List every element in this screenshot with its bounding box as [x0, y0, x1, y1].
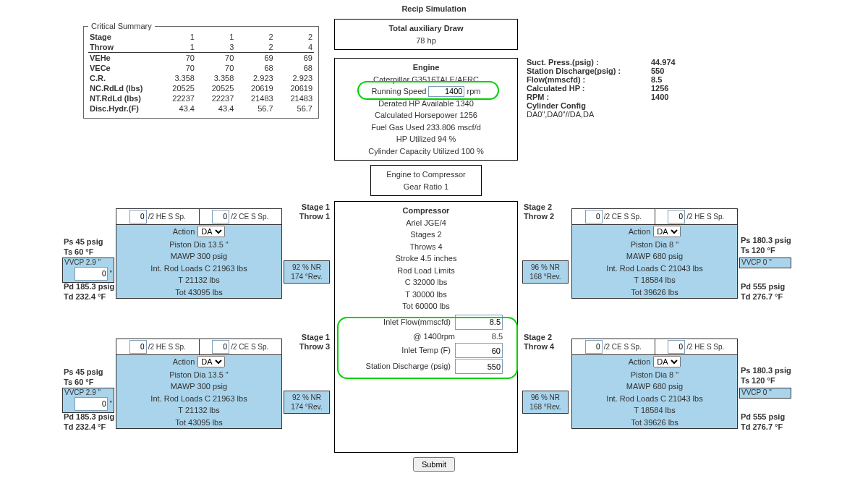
throw4-ce: /2 CE S Sp. — [572, 339, 655, 355]
hdr-stage2-throw2: Stage 2Throw 2 — [524, 203, 564, 221]
running-speed-label: Running Speed — [372, 87, 427, 95]
throw2-he: /2 HE S Sp. — [655, 209, 738, 225]
engine-hputil: HP Utilized 94 % — [339, 133, 513, 145]
throw1-ce-input[interactable] — [212, 210, 229, 224]
side-stats: Suct. Press.(psig) :44.974 Station Disch… — [527, 58, 729, 119]
cylinder-box-throw1: /2 HE S Sp. /2 CE S Sp. Action DA Piston… — [116, 208, 282, 299]
submit-button[interactable]: Submit — [413, 457, 455, 472]
inlet-flow-input[interactable] — [455, 315, 503, 330]
engine-calchp: Calculated Horsepower 1256 — [339, 109, 513, 122]
cs-disch-label: Disc.Hydr.(F) — [88, 103, 157, 114]
throw4-he-input[interactable] — [668, 340, 685, 354]
critical-legend: Critical Summary — [88, 22, 155, 30]
cylinder-box-throw3: /2 HE S Sp. /2 CE S Sp. Action DA Piston… — [116, 339, 282, 429]
hdr-stage2-throw4: Stage 2Throw 4 — [524, 333, 564, 352]
throw2-he-input[interactable] — [668, 210, 685, 224]
cs-stage-label: Stage — [88, 32, 157, 42]
hdr-stage1-throw1: Stage 1Throw 1 — [289, 203, 330, 221]
running-speed-unit: rpm — [467, 87, 481, 95]
throw3-ce-input[interactable] — [212, 340, 229, 354]
throw1-ps-ts: Ps 45 psigTs 60 °F — [64, 237, 103, 257]
aux-value: 78 hp — [339, 35, 513, 47]
throw1-he-input[interactable] — [129, 210, 147, 224]
critical-summary: Critical Summary Stage 1 1 2 2 Throw 1 3… — [83, 22, 319, 119]
throw4-action-select[interactable]: DA — [653, 356, 681, 367]
cs-ncrdld-label: NC.RdLd (lbs) — [88, 83, 157, 93]
inlet-flow-atrpm-val: 8.5 — [459, 331, 503, 343]
throw3-ce: /2 CE S Sp. — [200, 339, 282, 355]
throw1-ce: /2 CE S Sp. — [200, 209, 282, 225]
gearbox-l1: Engine to Compressor — [375, 169, 477, 181]
engine-running-speed-row: Running Speed rpm — [339, 85, 513, 98]
throw1-vvcp-input[interactable] — [75, 267, 108, 281]
compressor-stages: Stages 2 — [339, 229, 513, 241]
page-title: Recip Simulation — [0, 4, 868, 13]
throw4-he: /2 HE S Sp. — [655, 339, 738, 355]
throw3-vvcp: VVCP 2.9 " " — [62, 388, 114, 413]
throw4-vvcp: VVCP 0 " — [739, 388, 791, 399]
critical-table: Stage 1 1 2 2 Throw 1 3 2 4 VEHe 70 70 — [88, 32, 314, 114]
compressor-throws: Throws 4 — [339, 241, 513, 253]
throw4-pd-td: Pd 555 psigTd 276.7 °F — [741, 412, 785, 433]
engine-fuel: Fuel Gas Used 233.806 mscf/d — [339, 122, 513, 134]
compressor-box: Compressor Ariel JGE/4 Stages 2 Throws 4… — [334, 201, 518, 453]
throw1-pd-td: Pd 185.3 psigTd 232.4 °F — [64, 282, 114, 302]
throw4-side-note: 96 % NR168 °Rev. — [522, 391, 569, 414]
throw3-ps-ts: Ps 45 psigTs 60 °F — [64, 367, 103, 388]
compressor-tot: Tot 60000 lbs — [339, 300, 513, 312]
throw-3-block: /2 HE S Sp. /2 CE S Sp. Action DA Piston… — [116, 339, 282, 429]
throw1-he: /2 HE S Sp. — [116, 209, 200, 225]
engine-box: Engine Caterpillar G3516TALE/AFRC Runnin… — [334, 58, 518, 161]
throw-4-block: /2 CE S Sp. /2 HE S Sp. Action DA Piston… — [571, 339, 738, 429]
cylinder-box-throw2: /2 CE S Sp. /2 HE S Sp. Action DA Piston… — [571, 208, 738, 299]
throw2-vvcp: VVCP 0 " — [739, 257, 791, 268]
aux-draw-box: Total auxiliary Draw 78 hp — [334, 19, 518, 50]
throw3-action-select[interactable]: DA — [197, 356, 225, 367]
hdr-stage1-throw3: Stage 1Throw 3 — [289, 333, 330, 352]
engine-derated: Derated HP Available 1340 — [339, 98, 513, 110]
throw2-pd-td: Pd 555 psigTd 276.7 °F — [741, 282, 785, 302]
cs-cr-label: C.R. — [88, 73, 157, 83]
inlet-flow-label: Inlet Flow(mmscfd) — [349, 316, 451, 328]
compressor-t: T 30000 lbs — [339, 289, 513, 301]
throw-1-block: /2 HE S Sp. /2 CE S Sp. Action DA Piston… — [116, 208, 282, 299]
throw1-side-note: 92 % NR174 °Rev. — [284, 260, 330, 284]
compressor-title: Compressor — [339, 205, 513, 217]
station-discharge-label: Station Discharge (psig) — [349, 360, 451, 373]
engine-title: Engine — [339, 61, 513, 74]
throw2-action-select[interactable]: DA — [653, 226, 681, 237]
cylinder-box-throw4: /2 CE S Sp. /2 HE S Sp. Action DA Piston… — [571, 339, 738, 429]
compressor-model: Ariel JGE/4 — [339, 217, 513, 229]
cs-vece-label: VECe — [88, 63, 157, 73]
throw4-ce-input[interactable] — [585, 340, 603, 354]
compressor-rodload-title: Rod Load Limits — [339, 265, 513, 277]
throw3-vvcp-input[interactable] — [75, 397, 108, 411]
throw2-ce-input[interactable] — [585, 210, 603, 224]
throw2-ps-ts: Ps 180.3 psigTs 120 °F — [741, 236, 791, 256]
aux-title: Total auxiliary Draw — [339, 22, 513, 35]
throw3-he-input[interactable] — [129, 340, 147, 354]
compressor-stroke: Stroke 4.5 inches — [339, 252, 513, 265]
inlet-temp-input[interactable] — [455, 343, 503, 358]
throw2-ce: /2 CE S Sp. — [572, 209, 655, 225]
throw1-action-select[interactable]: DA — [197, 226, 225, 237]
inlet-flow-atrpm: @ 1400rpm — [354, 331, 455, 343]
inlet-temp-label: Inlet Temp (F) — [349, 344, 451, 357]
throw2-side-note: 96 % NR168 °Rev. — [522, 260, 569, 284]
throw1-vvcp: VVCP 2.9 " " — [62, 257, 114, 283]
throw3-pd-td: Pd 185.3 psigTd 232.4 °F — [64, 412, 114, 433]
station-discharge-input[interactable] — [455, 359, 503, 374]
throw4-ps-ts: Ps 180.3 psigTs 120 °F — [741, 366, 791, 386]
running-speed-input[interactable] — [428, 86, 464, 97]
engine-cylcap: Cylinder Capacity Utilized 100 % — [339, 145, 513, 158]
throw3-he: /2 HE S Sp. — [116, 339, 200, 355]
gearbox-l2: Gear Ratio 1 — [375, 181, 477, 193]
cs-vehe-label: VEHe — [88, 53, 157, 64]
gearbox-box: Engine to Compressor Gear Ratio 1 — [370, 165, 482, 196]
throw3-side-note: 92 % NR174 °Rev. — [284, 391, 330, 414]
compressor-c: C 32000 lbs — [339, 276, 513, 289]
engine-model: Caterpillar G3516TALE/AFRC — [339, 74, 513, 86]
cs-throw-label: Throw — [88, 42, 157, 53]
throw-2-block: /2 CE S Sp. /2 HE S Sp. Action DA Piston… — [571, 208, 738, 299]
cs-ntrdld-label: NT.RdLd (lbs) — [88, 93, 157, 103]
